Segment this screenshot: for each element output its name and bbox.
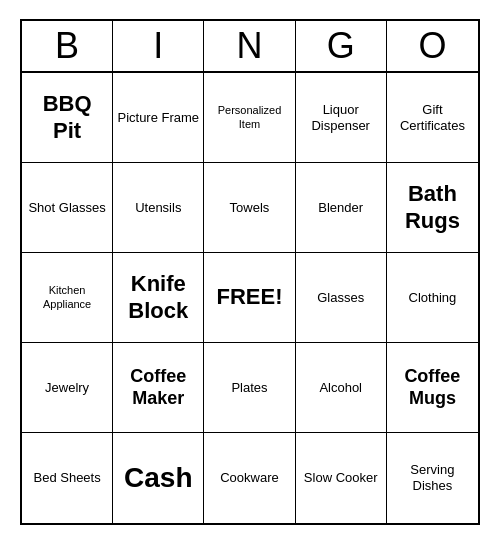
bingo-cell: Clothing xyxy=(387,253,478,343)
header-letter: G xyxy=(296,21,387,71)
bingo-cell: Blender xyxy=(296,163,387,253)
bingo-cell: Kitchen Appliance xyxy=(22,253,113,343)
header-letter: I xyxy=(113,21,204,71)
bingo-cell: Personalized Item xyxy=(204,73,295,163)
header-letter: O xyxy=(387,21,478,71)
bingo-card: BINGO BBQ PitPicture FramePersonalized I… xyxy=(20,19,480,525)
bingo-cell: Bath Rugs xyxy=(387,163,478,253)
bingo-cell: Slow Cooker xyxy=(296,433,387,523)
bingo-grid: BBQ PitPicture FramePersonalized ItemLiq… xyxy=(22,73,478,523)
bingo-cell: Coffee Mugs xyxy=(387,343,478,433)
bingo-cell: Coffee Maker xyxy=(113,343,204,433)
bingo-cell: Alcohol xyxy=(296,343,387,433)
bingo-cell: Cash xyxy=(113,433,204,523)
header-letter: B xyxy=(22,21,113,71)
bingo-cell: Jewelry xyxy=(22,343,113,433)
bingo-header: BINGO xyxy=(22,21,478,73)
bingo-cell: Glasses xyxy=(296,253,387,343)
bingo-cell: Cookware xyxy=(204,433,295,523)
bingo-cell: Plates xyxy=(204,343,295,433)
bingo-cell: Shot Glasses xyxy=(22,163,113,253)
bingo-cell: Towels xyxy=(204,163,295,253)
bingo-cell: Utensils xyxy=(113,163,204,253)
bingo-cell: Serving Dishes xyxy=(387,433,478,523)
header-letter: N xyxy=(204,21,295,71)
bingo-cell: Knife Block xyxy=(113,253,204,343)
bingo-cell: BBQ Pit xyxy=(22,73,113,163)
bingo-cell: FREE! xyxy=(204,253,295,343)
bingo-cell: Picture Frame xyxy=(113,73,204,163)
bingo-cell: Liquor Dispenser xyxy=(296,73,387,163)
bingo-cell: Gift Certificates xyxy=(387,73,478,163)
bingo-cell: Bed Sheets xyxy=(22,433,113,523)
